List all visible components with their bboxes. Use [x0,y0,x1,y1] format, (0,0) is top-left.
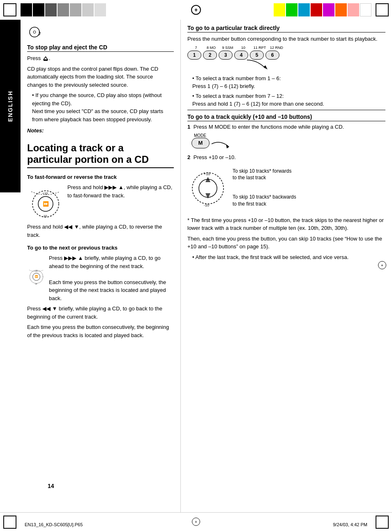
svg-text:⏩: ⏩ [35,275,38,278]
bottom-date: 9/24/03, 4:42 PM [333,522,367,527]
step-1: 1 Press M MODE to enter the functions mo… [187,124,385,130]
next-prev-title: To go to the next or previous tracks [27,245,174,251]
top-bar: + [0,0,392,20]
svg-point-5 [39,35,39,35]
left-column: To stop play and eject the CD Press . CD… [21,20,181,512]
corner-box-br [376,516,389,529]
press-label: Press . [27,54,174,62]
mode-btn[interactable]: M [191,138,210,148]
mode-btn-row: M [187,138,385,150]
bottom-file: EN13_16_KD-SC605[U].P65 [25,522,83,527]
corner-box-bl [3,516,16,529]
cd-icon-area [27,25,174,41]
backward-label: To skip 10 tracks* backwardsto the first… [233,194,296,208]
notes-label: Notes: [27,127,174,135]
track-select-bullet1: To select a track number from 1 – 6:Pres… [192,74,385,90]
plusminus-text: To skip 10 tracks* forwardsto the last t… [233,168,296,208]
mode-label: MODE [194,133,385,138]
svg-text:⏩: ⏩ [43,201,49,207]
num-btn-3[interactable]: 3 [219,51,233,60]
eject-icon [43,56,48,62]
svg-point-0 [30,27,39,37]
section-fast-forward: To fast-forward or reverse the track +10… [27,174,174,239]
forward-label: To skip 10 tracks* forwardsto the last t… [233,168,296,182]
num-btn-2[interactable]: 2 [203,51,217,60]
right-column: To go to a particular track directly Pre… [181,20,392,512]
svg-text:-10: -10 [204,203,209,207]
svg-text:-10: -10 [35,283,37,285]
svg-text:-10: -10 [42,214,47,218]
svg-text:+10: +10 [204,172,210,176]
dial-svg-np: +10 -10 ⏩ [27,254,46,297]
corner-box-tr [376,3,389,16]
prev-track-text2: Each time you press the button consecuti… [27,323,174,339]
footnote2: Then, each time you press the button, yo… [187,235,385,251]
svg-point-2 [39,32,40,33]
np-dial-text: Press ▶▶▶ ▲ briefly, while playing a CD,… [49,254,174,302]
arrow-svg [245,58,270,70]
track-select-bullet2: To select a track number from 7 – 12:Pre… [192,92,385,108]
center-target: + [191,5,201,15]
mode-arrow-svg [210,138,230,150]
svg-point-1 [33,31,36,33]
num-labels-row: 7 8 MO 9 SSM 10 11 RPT 12 RND [189,46,284,50]
prev-track-text: Press ◀◀ ▼ briefly, while playing a CD, … [27,305,174,321]
section-divider [187,110,385,110]
big-title: Locating a track or a particular portion… [27,142,174,169]
right-margin-target: + [378,261,386,269]
gray-blocks [21,3,106,16]
svg-point-4 [39,34,40,35]
svg-marker-6 [44,57,48,60]
last-track-bullet: After the last track, the first track wi… [192,253,385,261]
section-quick-track: To go to a track quickly (+10 and –10 bu… [187,113,385,261]
page-number: 14 [48,483,54,489]
svg-marker-25 [205,193,210,199]
plusminus-illustration: +10 -10 To skip 10 tracks* forwardsto th… [187,164,385,213]
svg-marker-18 [263,65,267,69]
stop-eject-body: CD play stops and the control panel flip… [27,65,174,89]
dial-svg-ff: +10 -10 ⏩ [27,183,64,220]
bottom-target: + [192,518,200,526]
footnote1: * The first time you press +10 or –10 bu… [187,216,385,232]
bottom-target-area: + [192,518,200,526]
bottom-bar: EN13_16_KD-SC605[U].P65 + 9/24/03, 4:42 … [0,512,392,532]
section-stop-eject: To stop play and eject the CD Press . CD… [27,44,174,135]
mode-btn-illustration: MODE M [187,133,385,150]
fast-forward-title: To fast-forward or reverse the track [27,174,174,180]
ff-reverse-text: Press and hold ◀◀ ▼, while playing a CD,… [27,223,174,239]
fast-forward-dial: +10 -10 ⏩ Press and hold ▶▶▶ ▲, while pl… [27,183,174,220]
stop-eject-bullet: If you change the source, CD play also s… [32,91,174,123]
left-margin-target: + [9,20,17,28]
section-next-prev: To go to the next or previous tracks +10… [27,245,174,339]
svg-marker-19 [226,144,229,148]
section-particular-track: To go to a particular track directly Pre… [187,25,385,108]
content-area: To stop play and eject the CD Press . CD… [21,20,392,512]
svg-rect-7 [44,60,48,61]
particular-track-body: Press the number button corresponding to… [187,35,385,43]
ff-dial-text: Press and hold ▶▶▶ ▲, while playing a CD… [67,183,174,199]
english-label: ENGLISH [7,90,14,122]
step2-text: Press +10 or –10. [194,154,236,160]
english-sidebar: ENGLISH [0,20,21,192]
particular-track-title: To go to a particular track directly [187,25,385,32]
next-prev-dial: +10 -10 ⏩ Press ▶▶▶ ▲ briefly, while pla… [27,254,174,302]
num-buttons-illustration: 7 8 MO 9 SSM 10 11 RPT 12 RND 1 2 3 4 5 … [187,46,385,70]
color-blocks [274,3,371,16]
stop-eject-title: To stop play and eject the CD [27,44,174,52]
num-btn-1[interactable]: 1 [187,51,201,60]
step-2: 2 Press +10 or –10. [187,154,385,160]
step1-text: Press M MODE to enter the functions mode… [194,124,344,130]
plusminus-svg: +10 -10 [187,164,228,213]
svg-point-3 [40,32,41,33]
corner-box-tl [3,3,16,16]
quick-track-title: To go to a track quickly (+10 and –10 bu… [187,113,385,121]
